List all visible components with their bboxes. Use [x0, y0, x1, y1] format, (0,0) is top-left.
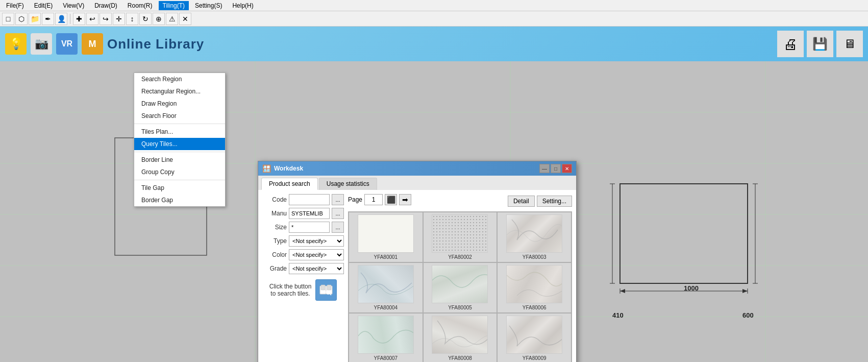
- page-input[interactable]: [364, 194, 383, 205]
- banner-icon-camera[interactable]: 📷: [31, 33, 52, 55]
- toolbar-btn-14[interactable]: ✕: [179, 13, 191, 25]
- banner-icon-m[interactable]: M: [82, 33, 103, 55]
- size-browse-btn[interactable]: ...: [332, 222, 344, 233]
- product-thumb-0: [358, 214, 414, 253]
- tab-product-search[interactable]: Product search: [261, 178, 318, 190]
- product-cell-6[interactable]: YFA80007: [349, 313, 423, 362]
- manu-row: Manu ...: [262, 208, 344, 219]
- toolbar: □ ⬡ 📁 ✒ 👤 ✚ ↩ ↪ ✛ ↕ ↻ ⊕ ⚠ ✕: [0, 11, 868, 27]
- menu-border-line[interactable]: Border Line: [134, 154, 225, 166]
- banner-icon-printer[interactable]: 🖨: [777, 31, 804, 57]
- menu-query-tiles[interactable]: Query Tiles...: [134, 138, 225, 150]
- header-banner: 💡 📷 VR M Online Library 🖨 💾 🖥: [0, 27, 868, 61]
- dialog-minimize-btn[interactable]: —: [539, 164, 550, 173]
- product-cell-1[interactable]: YFA80002: [424, 212, 497, 262]
- toolbar-btn-1[interactable]: □: [2, 13, 14, 25]
- dialog-title: Workdesk: [274, 165, 303, 172]
- code-label: Code: [262, 196, 287, 203]
- manu-label: Manu: [262, 210, 287, 217]
- menu-setting[interactable]: Setting(S): [191, 1, 226, 10]
- detail-btn[interactable]: Detail: [508, 196, 535, 207]
- search-tiles-btn[interactable]: [315, 279, 337, 301]
- menu-search-region[interactable]: Search Region: [134, 73, 225, 85]
- color-select[interactable]: <Not specify>: [289, 249, 344, 260]
- dim-1000: 1000: [684, 284, 699, 292]
- toolbar-btn-3[interactable]: 📁: [29, 13, 41, 25]
- product-cell-3[interactable]: YFA80004: [349, 263, 423, 312]
- banner-icon-disk[interactable]: 💾: [807, 31, 833, 57]
- dialog-close-btn[interactable]: ✕: [562, 164, 572, 173]
- product-cell-7[interactable]: YFA80008: [424, 313, 497, 362]
- toolbar-btn-13[interactable]: ⚠: [166, 13, 178, 25]
- toolbar-btn-11[interactable]: ↻: [139, 13, 152, 25]
- banner-icon-vr[interactable]: VR: [56, 33, 78, 55]
- toolbar-btn-5[interactable]: 👤: [55, 13, 67, 25]
- menu-search-floor[interactable]: Search Floor: [134, 110, 225, 122]
- product-name-3: YFA80004: [374, 305, 398, 310]
- page-prev-btn[interactable]: ⬛: [385, 194, 397, 205]
- menu-room[interactable]: Room(R): [123, 1, 157, 10]
- product-name-0: YFA80001: [374, 254, 398, 260]
- manu-input[interactable]: [289, 208, 330, 219]
- page-next-btn[interactable]: ➡: [399, 194, 411, 205]
- menu-draw-region[interactable]: Draw Region: [134, 98, 225, 110]
- menu-draw[interactable]: Draw(D): [90, 1, 121, 10]
- toolbar-btn-9[interactable]: ✛: [113, 13, 125, 25]
- type-select[interactable]: <Not specify>: [289, 235, 344, 247]
- size-input[interactable]: [289, 222, 330, 233]
- toolbar-btn-8[interactable]: ↪: [100, 13, 112, 25]
- toolbar-sep-1: [70, 14, 70, 24]
- grade-label: Grade: [262, 265, 287, 272]
- product-thumb-7: [432, 316, 488, 354]
- workdesk-dialog: 🪟 Workdesk — □ ✕ Product search Usage st…: [258, 161, 577, 362]
- code-input[interactable]: [289, 194, 330, 205]
- product-thumb-4: [432, 265, 488, 303]
- product-name-6: YFA80007: [374, 355, 398, 361]
- search-area: Click the button to search tiles.: [262, 279, 344, 301]
- product-name-1: YFA80002: [448, 254, 472, 260]
- size-row: Size ...: [262, 222, 344, 233]
- manu-browse-btn[interactable]: ...: [332, 208, 344, 219]
- dialog-maximize-btn[interactable]: □: [551, 164, 561, 173]
- toolbar-btn-10[interactable]: ↕: [126, 13, 138, 25]
- product-cell-5[interactable]: YFA80006: [498, 263, 571, 312]
- page-label: Page: [348, 196, 362, 203]
- product-cell-2[interactable]: YFA80003: [498, 212, 571, 262]
- toolbar-btn-4[interactable]: ✒: [42, 13, 54, 25]
- toolbar-btn-6[interactable]: ✚: [73, 13, 85, 25]
- menu-tile-gap[interactable]: Tile Gap: [134, 182, 225, 194]
- menu-tiling[interactable]: Tiling(T): [159, 1, 189, 10]
- toolbar-btn-7[interactable]: ↩: [86, 13, 98, 25]
- banner-title: Online Library: [107, 36, 204, 52]
- product-thumb-5: [506, 265, 562, 303]
- product-cell-8[interactable]: YFA80009: [498, 313, 571, 362]
- menu-edit[interactable]: Edit(E): [30, 1, 57, 10]
- setting-btn[interactable]: Setting...: [537, 196, 572, 207]
- toolbar-btn-12[interactable]: ⊕: [153, 13, 165, 25]
- menu-group-copy[interactable]: Group Copy: [134, 166, 225, 178]
- menu-help[interactable]: Help(H): [228, 1, 257, 10]
- product-thumb-6: [358, 316, 414, 354]
- product-grid: YFA80001 YFA80002 YFA80003: [348, 211, 572, 362]
- grade-select[interactable]: <Not specify>: [289, 263, 344, 274]
- dialog-content: Code ... Manu ... Size ...: [258, 190, 576, 362]
- type-label: Type: [262, 237, 287, 245]
- product-thumb-1: [432, 214, 488, 253]
- menu-view[interactable]: View(V): [59, 1, 88, 10]
- banner-icon-bulb[interactable]: 💡: [5, 33, 27, 55]
- tab-usage-statistics[interactable]: Usage statistics: [319, 178, 377, 190]
- dim-410: 410: [612, 311, 624, 319]
- type-row: Type <Not specify>: [262, 235, 344, 247]
- menu-border-gap[interactable]: Border Gap: [134, 194, 225, 206]
- menu-rectangular-region[interactable]: Rectangular Region...: [134, 85, 225, 98]
- banner-icon-screen[interactable]: 🖥: [836, 31, 863, 57]
- code-browse-btn[interactable]: ...: [332, 194, 344, 205]
- toolbar-btn-2[interactable]: ⬡: [15, 13, 28, 25]
- product-cell-0[interactable]: YFA80001: [349, 212, 423, 262]
- product-thumb-2: [506, 214, 562, 253]
- product-name-2: YFA80003: [523, 254, 547, 260]
- menu-tiles-plan[interactable]: Tiles Plan...: [134, 126, 225, 138]
- dim-600: 600: [742, 311, 754, 319]
- product-cell-4[interactable]: YFA80005: [424, 263, 497, 312]
- menu-file[interactable]: File(F): [2, 1, 28, 10]
